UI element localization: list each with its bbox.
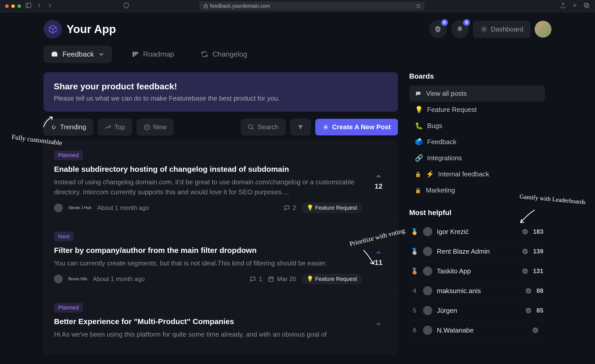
sidebar-toggle-icon[interactable] xyxy=(25,2,32,10)
chevron-up-icon xyxy=(375,249,382,256)
svg-rect-0 xyxy=(26,3,31,7)
lock-icon: 🔒 xyxy=(415,187,421,194)
sort-top[interactable]: Top xyxy=(98,119,132,135)
post-author: Bruno Hiis xyxy=(68,277,87,281)
gear-icon xyxy=(480,25,488,33)
app-title: Your App xyxy=(67,23,116,36)
changelog-icon xyxy=(201,50,208,58)
board-internal-feedback[interactable]: 🔒 ⚡ Internal feedback xyxy=(409,166,545,182)
leaderboard-row[interactable]: 6 N.Watanabe xyxy=(409,320,545,340)
fire-icon xyxy=(50,124,57,131)
verified-icon xyxy=(532,327,539,334)
moderation-badge: 6 xyxy=(441,19,448,26)
author-avatar xyxy=(54,204,63,212)
nav-forward-icon[interactable] xyxy=(47,2,53,10)
create-post-button[interactable]: Create A New Post xyxy=(315,119,398,135)
chat-icon xyxy=(415,90,421,97)
vote-count: 12 xyxy=(374,182,382,190)
svg-rect-6 xyxy=(133,52,134,57)
url-bar[interactable]: feedback.yourdomain.com xyxy=(199,2,425,10)
vote-button[interactable]: 12 xyxy=(370,151,387,213)
board-view-all[interactable]: View all posts xyxy=(409,85,545,102)
svg-rect-4 xyxy=(52,53,58,57)
lock-icon: 🔒 xyxy=(415,171,421,177)
new-tab-icon[interactable] xyxy=(571,2,578,10)
window-controls xyxy=(5,4,21,8)
roadmap-icon xyxy=(131,50,139,58)
sort-new[interactable]: New xyxy=(137,119,174,135)
clock-icon xyxy=(144,124,150,131)
comment-count: 2 xyxy=(284,204,296,211)
maximize-window-button[interactable] xyxy=(17,4,21,8)
post-time: About 1 month ago xyxy=(97,204,149,211)
minimize-window-button[interactable] xyxy=(11,4,15,8)
leaderboard-row[interactable]: 🥉 Taskito App 131 xyxy=(409,261,545,281)
leaderboard-row[interactable]: 4 maksumic.anis 88 xyxy=(409,281,545,301)
post-tag[interactable]: 💡Feature Request xyxy=(302,274,362,284)
board-bugs[interactable]: 🐛 Bugs xyxy=(409,118,545,134)
svg-rect-12 xyxy=(269,277,273,281)
post-title: Better Experience for "Multi-Product" Co… xyxy=(54,317,362,326)
nav-back-icon[interactable] xyxy=(36,2,42,10)
user-avatar xyxy=(423,247,432,256)
svg-rect-3 xyxy=(586,4,589,8)
vote-button[interactable]: 11 xyxy=(370,232,387,284)
verified-icon xyxy=(522,268,528,274)
status-badge: Planned xyxy=(54,151,83,160)
reload-icon[interactable] xyxy=(416,4,420,8)
calendar-icon xyxy=(268,276,274,282)
post-description: Hi As we've been using this platform for… xyxy=(54,329,362,339)
status-badge: Planned xyxy=(54,303,83,313)
moderation-button[interactable]: 6 xyxy=(429,20,447,38)
status-badge: Next xyxy=(54,232,74,241)
post-description: Instead of using changelog.domain.com, i… xyxy=(54,177,362,197)
verified-icon xyxy=(525,287,532,294)
notifications-button[interactable]: 4 xyxy=(451,20,469,38)
board-integrations[interactable]: 🔗 Integrations xyxy=(409,150,545,166)
due-date: Mar 20 xyxy=(268,275,296,283)
plus-circle-icon xyxy=(322,124,329,131)
user-avatar[interactable] xyxy=(535,21,551,38)
board-marketing[interactable]: 🔒 Marketing xyxy=(409,182,545,198)
search-button[interactable]: Search xyxy=(241,119,285,135)
banner-title: Share your product feedback! xyxy=(54,81,388,91)
verified-icon xyxy=(522,248,528,255)
tab-roadmap[interactable]: Roadmap xyxy=(124,46,181,63)
board-feature-request[interactable]: 💡 Feature Request xyxy=(409,102,545,118)
share-icon[interactable] xyxy=(560,2,566,10)
post-item[interactable]: Planned Enable subdirectory hosting of c… xyxy=(44,141,398,222)
leaderboard-row[interactable]: 🥇 Igor Krezić 183 xyxy=(409,222,545,242)
sort-trending[interactable]: Trending xyxy=(44,119,93,135)
user-avatar xyxy=(423,326,432,335)
svg-point-15 xyxy=(522,268,528,274)
post-item[interactable]: Next Filter by company/author from the m… xyxy=(44,222,398,294)
lock-icon xyxy=(203,4,208,8)
verified-icon xyxy=(525,307,532,314)
dashboard-label: Dashboard xyxy=(491,25,523,33)
tabs-overview-icon[interactable] xyxy=(583,2,590,10)
svg-rect-5 xyxy=(53,52,57,53)
user-avatar xyxy=(423,306,432,315)
close-window-button[interactable] xyxy=(5,4,9,8)
svg-point-10 xyxy=(249,125,253,129)
leaderboard-row[interactable]: 5 Jürgen 85 xyxy=(409,301,545,320)
post-title: Filter by company/author from the main f… xyxy=(54,246,362,255)
filter-button[interactable] xyxy=(290,119,311,135)
vote-count: 11 xyxy=(374,259,382,267)
trend-up-icon xyxy=(105,124,111,131)
post-list: Planned Enable subdirectory hosting of c… xyxy=(44,141,398,355)
dashboard-button[interactable]: Dashboard xyxy=(473,21,531,38)
post-tag[interactable]: 💡Feature Request xyxy=(302,203,362,213)
app-logo[interactable] xyxy=(44,20,62,38)
tab-feedback[interactable]: Feedback xyxy=(44,46,112,63)
tab-changelog[interactable]: Changelog xyxy=(193,46,254,63)
verified-icon xyxy=(522,228,528,235)
vote-button[interactable] xyxy=(370,303,387,345)
shield-privacy-icon[interactable] xyxy=(123,2,129,10)
leaderboard-row[interactable]: 🥈 Rent Blaze Admin 139 xyxy=(409,242,545,261)
nav-tabs: Feedback Roadmap Changelog xyxy=(44,46,551,63)
board-feedback[interactable]: 🗳️ Feedback xyxy=(409,134,545,150)
leaderboard-section: Most helpful Gamify with Leaderboards 🥇 … xyxy=(409,209,545,340)
post-item[interactable]: Planned Better Experience for "Multi-Pro… xyxy=(44,294,398,354)
banner-subtitle: Please tell us what we can do to make Fe… xyxy=(54,94,388,102)
